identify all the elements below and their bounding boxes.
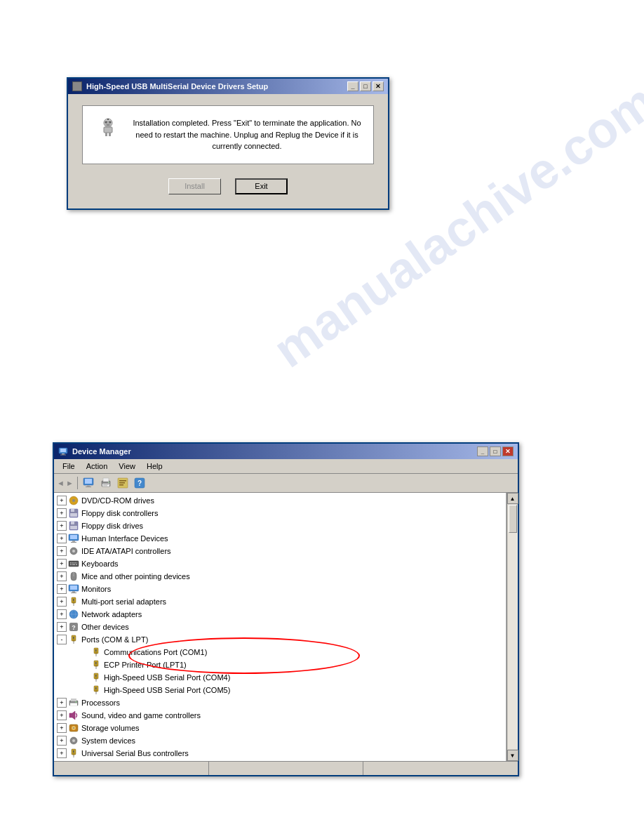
svg-rect-34	[70, 513, 77, 517]
install-button[interactable]: Install	[168, 178, 221, 194]
tree-item[interactable]: High-Speed USB Serial Port (COM4)	[54, 671, 506, 684]
tree-expander[interactable]: +	[57, 584, 67, 594]
tree-item[interactable]: Communications Port (COM1)	[54, 646, 506, 658]
forward-arrow: ►	[66, 479, 74, 487]
tree-expander[interactable]: +	[57, 571, 67, 581]
menu-view[interactable]: View	[113, 461, 141, 472]
tree-item[interactable]: +Keyboards	[54, 557, 506, 570]
svg-point-62	[73, 602, 75, 604]
tree-item-icon	[68, 583, 79, 595]
tree-item[interactable]: +Network adapters	[54, 608, 506, 621]
tree-item-label: ECP Printer Port (LPT1)	[104, 661, 187, 669]
devmgr-maximize-button[interactable]: □	[490, 446, 501, 456]
svg-rect-10	[60, 449, 66, 452]
toolbar-print-button[interactable]	[98, 475, 114, 491]
tree-item[interactable]: +?Other devices	[54, 621, 506, 633]
tree-expander[interactable]: +	[57, 723, 67, 733]
tree-item[interactable]: +Mice and other pointing devices	[54, 570, 506, 583]
tree-item[interactable]: +IDE ATA/ATAPI controllers	[54, 545, 506, 557]
exit-button[interactable]: Exit	[235, 178, 288, 194]
tree-item[interactable]: +Human Interface Devices	[54, 532, 506, 545]
menu-file[interactable]: File	[57, 461, 81, 472]
tree-expander[interactable]: +	[57, 609, 67, 619]
tree-item[interactable]: High-Speed USB Serial Port (COM5)	[54, 684, 506, 696]
tree-expander[interactable]: +	[57, 534, 67, 543]
tree-expander[interactable]: +	[57, 597, 67, 607]
svg-rect-60	[73, 599, 74, 601]
tree-expander[interactable]: -	[57, 635, 67, 644]
dialog-title: High-Speed USB MultiSerial Device Driver…	[86, 82, 268, 91]
dialog-maximize-button[interactable]: □	[360, 81, 371, 91]
tree-expander[interactable]: +	[57, 748, 67, 758]
tree-expander[interactable]: +	[57, 521, 67, 531]
tree-expander[interactable]: +	[57, 710, 67, 720]
statusbar-pane-1	[54, 762, 209, 775]
svg-marker-92	[69, 711, 75, 720]
tree-expander[interactable]: +	[57, 546, 67, 556]
svg-point-71	[73, 640, 75, 642]
toolbar-properties-button[interactable]	[115, 475, 130, 491]
tree-item-label: Floppy disk controllers	[81, 509, 158, 517]
scrollbar-thumb[interactable]	[509, 505, 517, 533]
scroll-down-button[interactable]: ▼	[507, 750, 518, 761]
scroll-up-button[interactable]: ▲	[507, 493, 518, 504]
svg-point-87	[95, 690, 98, 692]
svg-rect-11	[62, 454, 65, 455]
tree-item[interactable]: +Multi-port serial adapters	[54, 595, 506, 608]
tree-item[interactable]: +Sound, video and game controllers	[54, 709, 506, 722]
scrollbar-track[interactable]	[508, 505, 518, 749]
tree-item-label: Universal Serial Bus controllers	[81, 749, 189, 757]
tree-item[interactable]: +Floppy disk controllers	[54, 507, 506, 519]
tree-item-icon: ?	[68, 621, 79, 633]
tree-item-label: System devices	[81, 736, 135, 745]
toolbar-computer-button[interactable]	[81, 475, 97, 491]
tree-item[interactable]: +Processors	[54, 696, 506, 709]
tree-expander[interactable]: +	[57, 698, 67, 708]
svg-rect-57	[72, 591, 75, 593]
tree-item-label: High-Speed USB Serial Port (COM5)	[104, 686, 230, 694]
svg-rect-99	[73, 750, 74, 753]
svg-rect-41	[72, 541, 75, 542]
svg-rect-12	[60, 455, 66, 456]
menu-help[interactable]: Help	[141, 461, 168, 472]
svg-rect-14	[85, 479, 92, 484]
svg-rect-61	[74, 603, 74, 606]
tree-expander[interactable]: +	[57, 622, 67, 632]
svg-rect-58	[71, 593, 76, 593]
tree-item-icon	[68, 735, 79, 746]
menu-action[interactable]: Action	[81, 461, 114, 472]
tree-item-label: DVD/CD-ROM drives	[81, 496, 154, 505]
tree-item[interactable]: +Universal Serial Bus controllers	[54, 747, 506, 760]
tree-item[interactable]: ECP Printer Port (LPT1)	[54, 658, 506, 671]
devmgr-minimize-button[interactable]: _	[477, 446, 488, 456]
dialog-close-button[interactable]: ✕	[373, 81, 384, 91]
svg-rect-7	[109, 133, 111, 136]
tree-expander[interactable]: +	[57, 508, 67, 518]
tree-expander[interactable]: +	[57, 736, 67, 746]
tree-item[interactable]: +Storage volumes	[54, 722, 506, 734]
tree-item-label: High-Speed USB Serial Port (COM4)	[104, 673, 230, 682]
dialog-minimize-button[interactable]: _	[347, 81, 358, 91]
tree-item-label: Mice and other pointing devices	[81, 572, 190, 581]
tree-item-label: Processors	[81, 699, 120, 707]
svg-rect-20	[103, 484, 109, 485]
svg-point-2	[105, 121, 107, 124]
tree-item-icon	[68, 748, 79, 759]
svg-rect-40	[70, 535, 77, 539]
tree-item[interactable]: +System devices	[54, 734, 506, 747]
tree-item[interactable]: +DVD/CD-ROM drives	[54, 494, 506, 507]
tree-expander[interactable]: +	[57, 496, 67, 505]
svg-rect-21	[103, 486, 107, 486]
tree-item-icon	[90, 672, 102, 683]
devmgr-close-button[interactable]: ✕	[502, 446, 514, 456]
tree-item[interactable]: -Ports (COM & LPT)	[54, 633, 506, 646]
tree-item-icon	[68, 722, 79, 734]
toolbar-help-button[interactable]: ?	[132, 475, 147, 491]
scrollbar[interactable]: ▲ ▼	[507, 493, 518, 761]
device-tree[interactable]: +DVD/CD-ROM drives+Floppy disk controlle…	[54, 493, 507, 761]
tree-expander[interactable]: +	[57, 559, 67, 569]
tree-item[interactable]: +Floppy disk drives	[54, 519, 506, 532]
tree-item-icon	[68, 520, 79, 531]
tree-item[interactable]: +Monitors	[54, 583, 506, 595]
svg-rect-77	[95, 662, 97, 664]
